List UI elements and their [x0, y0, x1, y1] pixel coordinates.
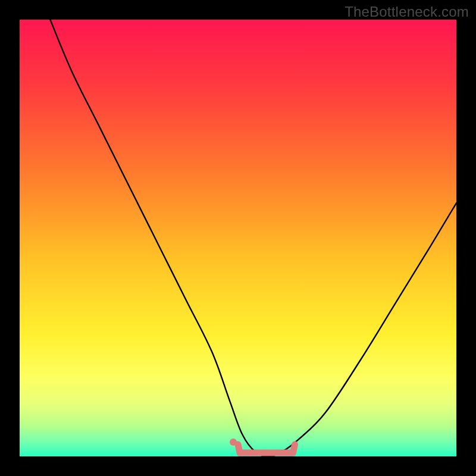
optimal-zone-dot: [230, 439, 237, 446]
bottleneck-chart: [0, 0, 476, 476]
plot-background: [20, 20, 456, 456]
watermark-text: TheBottleneck.com: [345, 4, 469, 20]
chart-frame: TheBottleneck.com: [0, 0, 476, 476]
